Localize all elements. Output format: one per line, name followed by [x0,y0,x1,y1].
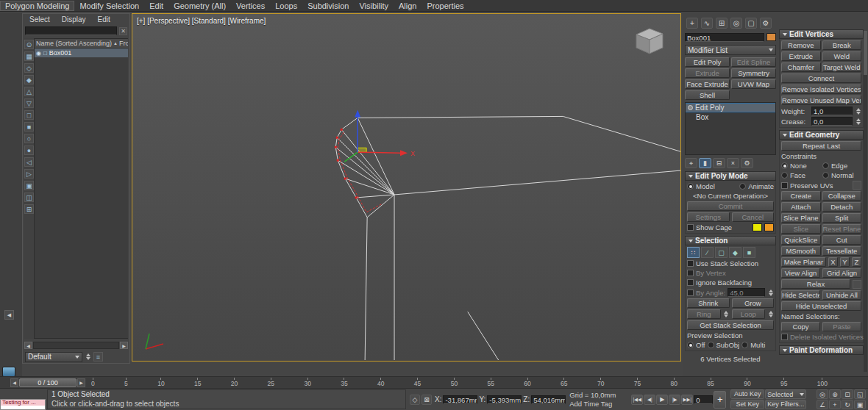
scroll-left-icon[interactable]: ◀ [24,342,32,349]
orbit-icon[interactable]: ↻ [842,400,853,409]
zoom-icon[interactable]: ◎ [817,389,828,399]
panel-collapse-icon[interactable]: ◀ [4,310,14,320]
zoom-region-icon[interactable]: ◱ [854,389,866,399]
remove-isolated-vertices-button[interactable]: Remove Isolated Vertices [781,84,861,94]
planar-z-button[interactable]: Z [852,257,861,267]
scrollbar-thumb[interactable] [864,31,867,75]
lock-filter-icon[interactable]: ⊞ [24,204,34,214]
model-radio[interactable] [687,183,694,190]
pin-stack-icon[interactable]: ⌖ [685,158,697,168]
face-extrude-button[interactable]: Face Extrude [685,79,730,89]
preview-off-radio[interactable] [687,342,694,348]
explorer-search-field[interactable] [25,26,117,35]
animate-radio[interactable] [739,183,746,190]
preserve-uvs-label[interactable]: Preserve UVs [790,181,833,190]
cut-button[interactable]: Cut [822,235,862,245]
hide-unselected-button[interactable]: Hide Unselected [781,301,861,311]
frozen-column-header[interactable]: Frozen [119,40,128,47]
object-name-field[interactable]: Box001 [685,33,764,42]
minimized-panel-icon[interactable] [2,367,15,377]
menu-geometry-all[interactable]: Geometry (All) [168,1,231,11]
cameras-filter-icon[interactable]: ▽ [24,98,34,108]
scroll-right-icon[interactable]: ▶ [120,342,128,349]
connect-button[interactable]: Connect [781,73,861,83]
utilities-tab-icon[interactable]: ⚙ [760,18,772,29]
ignore-backfacing-checkbox[interactable] [687,279,694,286]
menu-polygon-modeling[interactable]: Polygon Modeling [0,1,74,11]
crease-field[interactable]: 0,0 [811,117,853,126]
viewport-label[interactable]: [+] [Perspective] [Standard] [Wireframe] [137,17,266,25]
relax-settings-icon[interactable] [853,280,861,289]
cage-color-swatch[interactable] [753,223,762,231]
preset-dropdown[interactable]: Default [25,352,82,362]
preview-multi-label[interactable]: Multi [750,341,765,349]
shrink-button[interactable]: Shrink [687,298,730,308]
tessellate-button[interactable]: Tessellate [822,246,862,256]
relax-button[interactable]: Relax [781,279,850,289]
extrude-button[interactable]: Extrude [781,51,821,61]
set-key-button[interactable]: Set Key [730,400,764,409]
weight-spinner[interactable] [855,108,861,115]
uvw-map-button[interactable]: UVW Map [731,79,776,89]
explorer-options-icon[interactable]: ≡ [93,352,103,362]
remove-unused-map-verts-button[interactable]: Remove Unused Map Verts [781,96,861,105]
configure-modifier-sets-icon[interactable]: ⚙ [741,158,753,168]
edit-poly-mode-rollout-header[interactable]: Edit Poly Mode [685,171,776,181]
go-to-start-icon[interactable]: |◀◀ [631,395,643,405]
perspective-viewport[interactable]: X [+] [Perspective] [Standard] [Wirefram… [132,13,681,362]
isolate-selection-icon[interactable]: ◇ [410,395,420,405]
attach-button[interactable]: Attach [781,202,821,212]
menu-modify-selection[interactable]: Modify Selection [74,1,144,11]
current-frame-field[interactable]: 0 [694,395,713,404]
menu-vertices[interactable]: Vertices [231,1,270,11]
show-cage-checkbox[interactable] [687,224,694,231]
modifier-bulb-icon[interactable] [688,105,693,110]
preview-subobj-radio[interactable] [708,342,714,348]
constraint-edge-label[interactable]: Edge [831,162,861,170]
add-time-tag[interactable]: Add Time Tag [569,400,628,409]
make-planar-button[interactable]: Make Planar [781,257,826,267]
grow-button[interactable]: Grow [732,298,775,308]
constraint-face-radio[interactable] [781,172,788,179]
target-weld-button[interactable]: Target Weld [822,62,862,72]
eye-icon[interactable]: ◉ [36,50,41,57]
list-header[interactable]: Name (Sorted Ascending) ▲ Frozen [35,39,128,48]
y-coord-field[interactable]: -5,393mm [487,395,522,404]
symmetry-button[interactable]: Symmetry [731,68,776,78]
next-frame-icon[interactable]: ▶ [77,378,85,387]
preview-off-label[interactable]: Off [696,341,705,349]
constraint-none-radio[interactable] [781,162,788,169]
remove-modifier-icon[interactable]: × [727,158,739,168]
auto-key-button[interactable]: Auto Key [730,389,764,399]
detach-button[interactable]: Detach [822,202,862,212]
helpers-filter-icon[interactable]: □ [24,110,34,120]
get-stack-selection-button[interactable]: Get Stack Selection [687,320,774,330]
macro-recorder-line[interactable]: Testing for ... [1,400,45,406]
edit-geometry-rollout-header[interactable]: Edit Geometry [779,130,864,140]
menu-subdivision[interactable]: Subdivision [302,1,354,11]
next-key-icon[interactable]: |▶ [669,395,680,405]
menu-properties[interactable]: Properties [421,1,469,11]
z-coord-field[interactable]: 54,016mm [531,395,566,404]
object-color-swatch[interactable] [766,33,776,41]
planar-x-button[interactable]: X [828,257,838,267]
border-mode-icon[interactable]: ▢ [715,247,728,258]
stack-item-edit-poly[interactable]: Edit Poly [686,103,775,112]
pan-icon[interactable]: + [829,400,841,409]
unhide-all-button[interactable]: Unhide All [822,290,861,300]
create-tab-icon[interactable]: + [686,18,698,29]
explorer-menu-display[interactable]: Display [57,15,91,24]
zoom-all-icon[interactable]: ⊕ [829,389,841,399]
bones-filter-icon[interactable]: ▷ [24,169,34,179]
previous-frame-icon[interactable]: ◀ [10,378,18,387]
selection-rollout-header[interactable]: Selection [685,236,776,245]
split-button[interactable]: Split [822,213,862,223]
command-panel-scrollbar[interactable] [864,31,867,372]
viewcube[interactable] [629,23,670,58]
constraint-normal-radio[interactable] [822,172,829,179]
select-filter-icon[interactable]: ⊙ [24,40,34,49]
copy-button[interactable]: Copy [781,322,820,331]
go-to-end-icon[interactable]: ▶▶| [681,395,693,405]
quickslice-button[interactable]: QuickSlice [781,235,821,245]
edge-mode-icon[interactable]: ∕ [701,247,714,258]
